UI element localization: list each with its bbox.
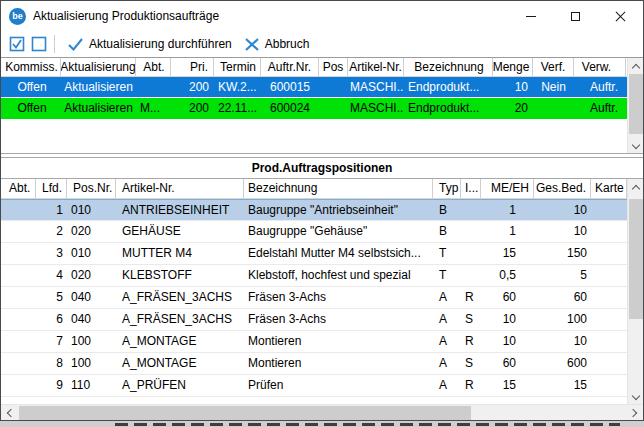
dialog-window: be Aktualisierung Produktionsaufträge Ak… — [0, 0, 644, 421]
cell-pos — [319, 98, 348, 119]
cell-pri: 200 — [171, 98, 214, 119]
column-header-auftrnr[interactable]: Auftr.Nr. — [261, 58, 319, 76]
positions-table-header: Abt.Lfd.Pos.Nr.Artikel-Nr.BezeichnungTyp… — [1, 179, 627, 199]
cell-meeh: 10 — [481, 331, 534, 352]
cell-bezeichnung: Baugruppe "Gehäuse" — [244, 221, 433, 242]
minimize-button[interactable] — [508, 1, 553, 31]
cell-karte — [591, 375, 627, 396]
cell-posnr: 020 — [67, 265, 116, 286]
position-row[interactable]: 5040A_FRÄSEN_3ACHSFräsen 3-AchsAR6060 — [1, 287, 627, 309]
cell-pri: 200 — [171, 77, 214, 97]
scroll-up-arrow[interactable] — [628, 58, 644, 73]
column-header-abt[interactable]: Abt. — [136, 58, 171, 76]
scroll-down-arrow[interactable] — [628, 138, 644, 153]
close-button[interactable] — [598, 1, 643, 31]
column-header-artikelnr[interactable]: Artikel-Nr. — [116, 179, 244, 198]
cell-abt — [3, 221, 36, 242]
position-row[interactable]: 7100A_MONTAGEMontierenAR1010 — [1, 331, 627, 353]
order-row[interactable]: OffenAktualisieren200KW.2...600015MASCHI… — [1, 77, 627, 98]
cell-karte — [591, 221, 627, 242]
cell-karte — [591, 243, 627, 264]
cell-aktualisierung: Aktualisieren — [61, 98, 136, 119]
column-header-verw[interactable]: Verw. — [574, 58, 626, 76]
cell-abt: M... — [136, 98, 171, 119]
cell-bezeichnung: Endprodukt... — [404, 77, 493, 97]
scroll-right-arrow[interactable] — [627, 405, 643, 420]
column-header-pri[interactable]: Pri. — [171, 58, 214, 76]
deselect-all-checkbox[interactable] — [31, 36, 47, 52]
window-title: Aktualisierung Produktionsaufträge — [33, 9, 508, 23]
positions-vertical-scrollbar[interactable] — [627, 179, 643, 404]
toolbar-separator — [54, 35, 55, 53]
cell-meeh: 0,5 — [481, 265, 534, 286]
cell-verw: Auftr. — [574, 98, 626, 119]
x-icon — [244, 37, 260, 52]
underlying-text-fragment — [115, 423, 620, 426]
cell-posnr: 100 — [67, 331, 116, 352]
position-row[interactable]: 8100A_MONTAGEMontierenAS60600 — [1, 353, 627, 375]
cancel-button[interactable]: Abbruch — [238, 31, 316, 57]
cell-lfd: 6 — [36, 309, 67, 330]
scrollbar-thumb[interactable] — [629, 199, 643, 319]
cell-lfd: 8 — [36, 353, 67, 374]
column-header-gesbed[interactable]: Ges.Bed. — [534, 179, 591, 198]
cell-bezeichnung: Fräsen 3-Achs — [244, 287, 433, 308]
scroll-down-arrow[interactable] — [628, 389, 643, 404]
column-header-termin[interactable]: Termin — [214, 58, 261, 76]
cell-meeh: 1 — [481, 200, 534, 220]
scroll-left-arrow[interactable] — [1, 405, 17, 420]
position-row[interactable]: 9110A_PRÜFENPrüfenAR1515 — [1, 375, 627, 397]
select-all-checkbox[interactable] — [9, 36, 25, 52]
column-header-menge[interactable]: Menge — [493, 58, 533, 76]
column-header-lfd[interactable]: Lfd. — [36, 179, 67, 198]
position-row[interactable]: 3010MUTTER M4Edelstahl Mutter M4 selbsts… — [1, 243, 627, 265]
column-header-typ[interactable]: Typ — [433, 179, 461, 198]
column-header-pos[interactable]: Pos — [319, 58, 348, 76]
order-row[interactable]: OffenAktualisierenM...20022.11...600024M… — [1, 98, 627, 119]
cell-bezeichnung: Montieren — [244, 331, 433, 352]
cell-gesbed: 100 — [534, 309, 591, 330]
orders-table: Kommiss.AktualisierungAbt.Pri.TerminAuft… — [1, 58, 643, 154]
column-header-bezeichnung[interactable]: Bezeichnung — [244, 179, 433, 198]
column-header-bezeichnung[interactable]: Bezeichnung — [404, 58, 493, 76]
cell-artikelnr: MUTTER M4 — [116, 243, 244, 264]
column-header-posnr[interactable]: Pos.Nr. — [67, 179, 116, 198]
cell-artikelnr: A_FRÄSEN_3ACHS — [116, 309, 244, 330]
column-header-verf[interactable]: Verf. — [533, 58, 574, 76]
cell-posnr: 010 — [67, 200, 116, 220]
cell-ind — [461, 221, 481, 242]
position-row[interactable]: 2020GEHÄUSEBaugruppe "Gehäuse"B110 — [1, 221, 627, 243]
orders-vertical-scrollbar[interactable] — [627, 58, 643, 153]
run-update-button[interactable]: Aktualisierung durchführen — [61, 31, 238, 57]
orders-table-header: Kommiss.AktualisierungAbt.Pri.TerminAuft… — [1, 58, 627, 77]
section-title: Prod.Auftragspositionen — [252, 161, 393, 175]
maximize-button[interactable] — [553, 1, 598, 31]
cell-artikelnr: A_MONTAGE — [116, 331, 244, 352]
column-header-kommiss[interactable]: Kommiss. — [3, 58, 61, 76]
scrollbar-thumb[interactable] — [19, 406, 471, 420]
cell-artikelnr: MASCHI... — [348, 98, 404, 119]
position-row[interactable]: 4020KLEBSTOFFKlebstoff, hochfest und spe… — [1, 265, 627, 287]
cell-lfd: 5 — [36, 287, 67, 308]
cell-karte — [591, 265, 627, 286]
cell-posnr: 040 — [67, 309, 116, 330]
column-header-aktualisierung[interactable]: Aktualisierung — [61, 58, 136, 76]
cell-artikelnr: A_PRÜFEN — [116, 375, 244, 396]
column-header-karte[interactable]: Karte — [591, 179, 627, 198]
cell-lfd: 9 — [36, 375, 67, 396]
cell-abt — [3, 265, 36, 286]
cell-typ: T — [433, 243, 461, 264]
positions-horizontal-scrollbar[interactable] — [1, 404, 643, 420]
cell-menge: 20 — [493, 98, 533, 119]
maximize-icon — [571, 12, 580, 21]
scroll-up-arrow[interactable] — [628, 179, 643, 194]
scrollbar-thumb[interactable] — [629, 74, 643, 134]
column-header-artikelnr[interactable]: Artikel-Nr. — [348, 58, 404, 76]
cell-typ: A — [433, 375, 461, 396]
cell-artikelnr: A_FRÄSEN_3ACHS — [116, 287, 244, 308]
column-header-meeh[interactable]: ME/EH — [481, 179, 534, 198]
column-header-ind[interactable]: I... — [461, 179, 481, 198]
column-header-abt[interactable]: Abt. — [3, 179, 36, 198]
position-row[interactable]: 6040A_FRÄSEN_3ACHSFräsen 3-AchsAS10100 — [1, 309, 627, 331]
position-row[interactable]: 1010ANTRIEBSEINHEITBaugruppe "Antriebsei… — [1, 199, 627, 221]
